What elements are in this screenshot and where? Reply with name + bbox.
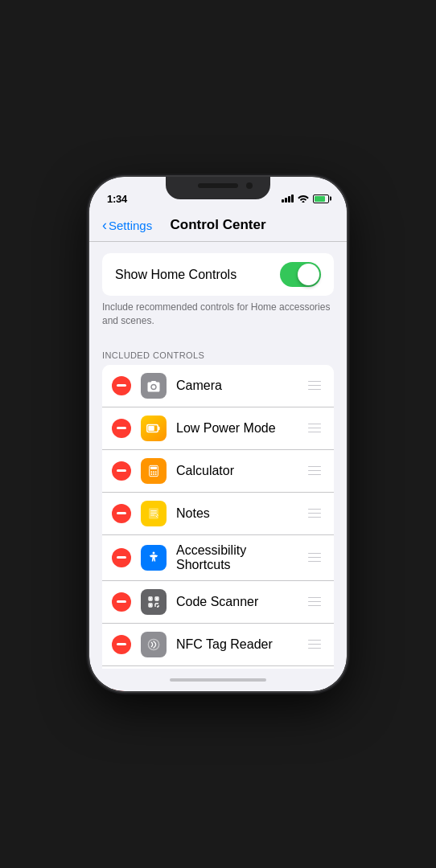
show-home-controls-row: Show Home Controls bbox=[102, 253, 334, 296]
svg-rect-18 bbox=[156, 598, 157, 599]
included-controls-list: Camera Low Power Mode bbox=[102, 365, 334, 691]
nfc-icon bbox=[141, 632, 167, 657]
reorder-handle[interactable] bbox=[305, 420, 324, 436]
accessibility-icon bbox=[141, 545, 167, 571]
remove-camera-button[interactable] bbox=[112, 376, 131, 395]
speaker bbox=[198, 183, 238, 188]
home-indicator-bar[interactable] bbox=[170, 678, 266, 682]
calculator-label: Calculator bbox=[176, 464, 295, 478]
list-item: Accessibility Shortcuts bbox=[102, 535, 334, 581]
low-power-label: Low Power Mode bbox=[176, 421, 295, 436]
status-time: 1:34 bbox=[107, 193, 127, 205]
low-power-icon bbox=[141, 416, 167, 441]
remove-codescanner-button[interactable] bbox=[112, 592, 131, 612]
svg-point-6 bbox=[150, 471, 152, 473]
calculator-icon bbox=[141, 458, 167, 484]
svg-point-13 bbox=[153, 551, 155, 554]
list-item: Camera bbox=[102, 365, 334, 407]
remove-nfc-button[interactable] bbox=[112, 635, 131, 654]
notch bbox=[166, 177, 270, 199]
svg-point-10 bbox=[153, 473, 154, 475]
toggle-thumb bbox=[298, 264, 319, 285]
svg-point-8 bbox=[155, 471, 157, 473]
accessibility-shortcuts-label: Accessibility Shortcuts bbox=[176, 543, 295, 572]
notes-icon bbox=[141, 501, 167, 526]
show-home-controls-card: Show Home Controls bbox=[102, 253, 334, 296]
phone-frame: 1:34 bbox=[89, 177, 347, 691]
included-controls-section-header: INCLUDED CONTROLS bbox=[89, 339, 347, 365]
camera-icon bbox=[141, 373, 167, 399]
front-camera bbox=[246, 182, 253, 189]
svg-rect-5 bbox=[150, 466, 157, 469]
nfc-label: NFC Tag Reader bbox=[176, 637, 295, 652]
signal-icon bbox=[282, 194, 294, 203]
show-home-controls-toggle[interactable] bbox=[280, 262, 321, 287]
home-indicator-area bbox=[89, 669, 347, 691]
reorder-handle[interactable] bbox=[305, 637, 324, 653]
notes-label: Notes bbox=[176, 506, 295, 521]
remove-accessibility-button[interactable] bbox=[112, 548, 131, 567]
svg-rect-17 bbox=[150, 598, 150, 599]
phone-screen: 1:34 bbox=[89, 177, 347, 691]
svg-point-7 bbox=[153, 471, 154, 473]
list-item: NFC Tag Reader bbox=[102, 624, 334, 666]
svg-point-0 bbox=[152, 385, 156, 389]
battery-icon bbox=[313, 194, 329, 203]
camera-label: Camera bbox=[176, 379, 295, 393]
remove-lowpower-button[interactable] bbox=[112, 419, 131, 438]
svg-point-11 bbox=[155, 473, 157, 475]
status-icons bbox=[282, 194, 329, 204]
reorder-handle[interactable] bbox=[305, 594, 324, 610]
reorder-handle[interactable] bbox=[305, 378, 324, 394]
list-item: Calculator bbox=[102, 450, 334, 493]
svg-point-9 bbox=[150, 473, 152, 475]
page-title: Control Center bbox=[102, 217, 334, 233]
code-scanner-label: Code Scanner bbox=[176, 595, 295, 609]
reorder-handle[interactable] bbox=[305, 506, 324, 522]
remove-calculator-button[interactable] bbox=[112, 461, 131, 481]
remove-notes-button[interactable] bbox=[112, 504, 131, 523]
reorder-handle[interactable] bbox=[305, 463, 324, 479]
list-item: Notes bbox=[102, 493, 334, 535]
reorder-handle[interactable] bbox=[305, 550, 324, 566]
show-home-controls-label: Show Home Controls bbox=[115, 268, 280, 282]
list-item: Code Scanner bbox=[102, 581, 334, 624]
svg-rect-2 bbox=[148, 426, 154, 431]
navigation-header: ‹ Settings Control Center bbox=[89, 212, 347, 242]
wifi-icon bbox=[298, 194, 309, 204]
svg-rect-19 bbox=[150, 604, 150, 605]
code-scanner-icon bbox=[141, 589, 167, 615]
screen-content[interactable]: ‹ Settings Control Center Show Home Cont… bbox=[89, 212, 347, 691]
list-item: Low Power Mode bbox=[102, 407, 334, 450]
svg-rect-3 bbox=[158, 426, 159, 430]
show-home-controls-description: Include recommended controls for Home ac… bbox=[89, 296, 347, 339]
